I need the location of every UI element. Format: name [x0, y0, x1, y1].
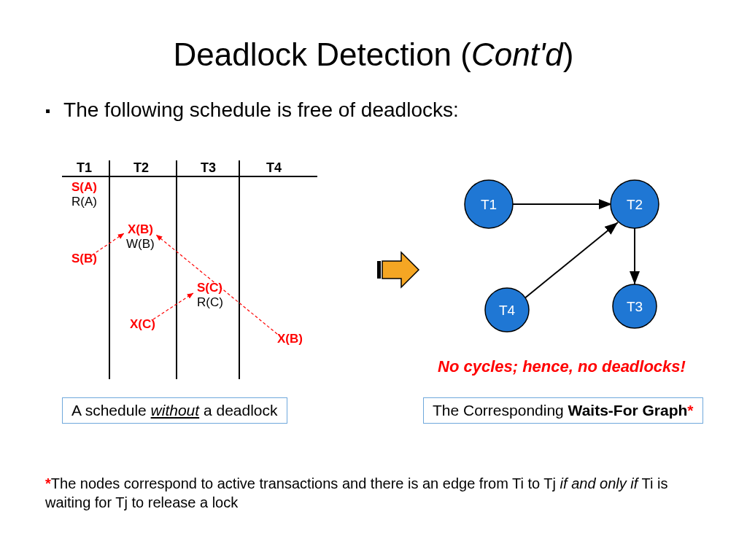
op-xb2: X(B): [277, 332, 303, 346]
bullet-point: ▪ The following schedule is free of dead…: [0, 73, 747, 122]
bullet-text: The following schedule is free of deadlo…: [63, 98, 459, 122]
op-xc: X(C): [130, 317, 155, 331]
col-header-t3: T3: [201, 160, 216, 175]
op-sc: S(C): [197, 281, 222, 295]
caption-schedule: A schedule without a deadlock: [62, 397, 287, 424]
no-cycles-text: No cycles; hence, no deadlocks!: [438, 357, 686, 376]
slide-title: Deadlock Detection (Cont'd): [0, 0, 747, 73]
col-header-t4: T4: [266, 160, 282, 175]
op-rc: R(C): [197, 295, 223, 309]
op-sa: S(A): [71, 180, 97, 194]
col-header-t2: T2: [133, 160, 149, 175]
svg-line-8: [524, 222, 618, 299]
op-sb: S(B): [71, 252, 97, 265]
schedule-diagram: T1 T2 T3 T4 S(A) R(A) X(B) W(B) S(B) S(C…: [51, 160, 343, 394]
svg-text:T3: T3: [627, 299, 643, 314]
op-wb: W(B): [126, 237, 155, 251]
svg-text:T4: T4: [499, 303, 516, 318]
svg-text:T2: T2: [627, 197, 643, 212]
diagram-area: T1 T2 T3 T4 S(A) R(A) X(B) W(B) S(B) S(C…: [0, 160, 747, 452]
caption-graph: The Corresponding Waits-For Graph*: [423, 397, 703, 424]
big-arrow-icon: [374, 248, 425, 292]
op-xb: X(B): [128, 222, 153, 236]
footnote: *The nodes correspond to active transact…: [45, 474, 702, 512]
svg-line-4: [92, 233, 124, 255]
waits-for-graph: T1 T2 T3 T4: [430, 168, 708, 350]
svg-text:T1: T1: [481, 197, 497, 212]
bullet-marker-icon: ▪: [45, 98, 50, 120]
svg-line-5: [156, 235, 277, 334]
op-ra: R(A): [71, 195, 97, 209]
col-header-t1: T1: [77, 160, 92, 175]
svg-line-6: [153, 293, 193, 319]
